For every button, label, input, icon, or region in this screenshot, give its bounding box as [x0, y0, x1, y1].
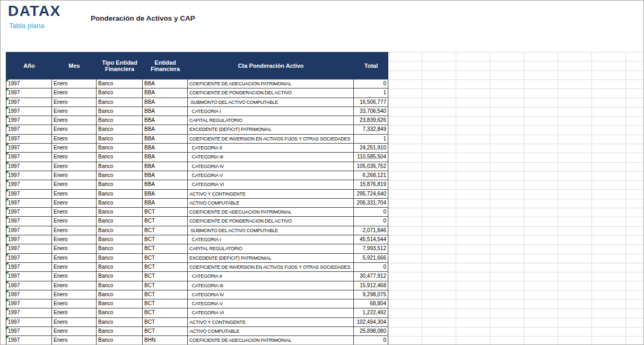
cell-mes[interactable]: Enero	[52, 190, 97, 199]
column-header-mes[interactable]: Mes	[52, 52, 97, 79]
cell-cta-ponderacion-activo[interactable]: EXCEDENTE (DEFICIT) PATRIMONIAL	[188, 254, 354, 263]
cell-mes[interactable]: Enero	[52, 336, 97, 345]
cell-total[interactable]: 110,585,504	[354, 153, 388, 162]
cell-entidad-financiera[interactable]: BCT	[143, 318, 188, 327]
cell-total[interactable]: 68,804	[354, 299, 388, 308]
cell-entidad-financiera[interactable]: BBA	[143, 98, 188, 107]
cell-mes[interactable]: Enero	[52, 162, 97, 171]
cell-cta-ponderacion-activo[interactable]: CATEGORIA II	[188, 144, 354, 153]
cell-mes[interactable]: Enero	[52, 290, 97, 299]
cell-cta-ponderacion-activo[interactable]: ACTIVO Y CONTINGENTE	[188, 190, 354, 199]
cell-cta-ponderacion-activo[interactable]: SUBMONTO DEL ACTIVO COMPUTABLE	[188, 226, 354, 235]
cell-cta-ponderacion-activo[interactable]: EXCEDENTE (DEFICIT) PATRIMONIAL	[188, 125, 354, 134]
cell-cta-ponderacion-activo[interactable]: CATEGORIA II	[188, 272, 354, 281]
cell-ano[interactable]: 1997	[6, 244, 52, 253]
cell-mes[interactable]: Enero	[52, 153, 97, 162]
cell-entidad-financiera[interactable]: BCT	[143, 226, 188, 235]
cell-total[interactable]: 9,298,075	[354, 290, 388, 299]
cell-entidad-financiera[interactable]: BCT	[143, 244, 188, 253]
cell-total[interactable]: 15,912,468	[354, 281, 388, 290]
cell-ano[interactable]: 1997	[6, 89, 52, 98]
cell-tipo-entidad-financiera[interactable]: Banco	[97, 318, 143, 327]
cell-entidad-financiera[interactable]: BBA	[143, 190, 188, 199]
cell-total[interactable]: 0	[354, 263, 388, 272]
cell-mes[interactable]: Enero	[52, 327, 97, 336]
cell-cta-ponderacion-activo[interactable]: CATEGORIA VI	[188, 308, 354, 317]
cell-entidad-financiera[interactable]: BCT	[143, 272, 188, 281]
cell-mes[interactable]: Enero	[52, 180, 97, 189]
cell-ano[interactable]: 1997	[6, 290, 52, 299]
cell-entidad-financiera[interactable]: BBA	[143, 107, 188, 116]
cell-tipo-entidad-financiera[interactable]: Banco	[97, 327, 143, 336]
cell-tipo-entidad-financiera[interactable]: Banco	[97, 308, 143, 317]
cell-tipo-entidad-financiera[interactable]: Banco	[97, 116, 143, 125]
cell-total[interactable]: 45,514,544	[354, 235, 388, 244]
cell-cta-ponderacion-activo[interactable]: ACTIVO COMPUTABLE	[188, 199, 354, 208]
cell-ano[interactable]: 1997	[6, 235, 52, 244]
cell-tipo-entidad-financiera[interactable]: Banco	[97, 281, 143, 290]
cell-tipo-entidad-financiera[interactable]: Banco	[97, 180, 143, 189]
cell-tipo-entidad-financiera[interactable]: Banco	[97, 107, 143, 116]
cell-entidad-financiera[interactable]: BCT	[143, 208, 188, 217]
cell-ano[interactable]: 1997	[6, 208, 52, 217]
cell-entidad-financiera[interactable]: BBA	[143, 162, 188, 171]
cell-tipo-entidad-financiera[interactable]: Banco	[97, 208, 143, 217]
cell-tipo-entidad-financiera[interactable]: Banco	[97, 272, 143, 281]
cell-cta-ponderacion-activo[interactable]: COEFICIENTE DE INVERSION EN ACTIVOS FIJO…	[188, 263, 354, 272]
cell-entidad-financiera[interactable]: BBA	[143, 171, 188, 180]
cell-cta-ponderacion-activo[interactable]: CATEGORIA IV	[188, 162, 354, 171]
cell-entidad-financiera[interactable]: BCT	[143, 327, 188, 336]
cell-ano[interactable]: 1997	[6, 135, 52, 144]
cell-mes[interactable]: Enero	[52, 318, 97, 327]
cell-ano[interactable]: 1997	[6, 308, 52, 317]
cell-cta-ponderacion-activo[interactable]: ACTIVO COMPUTABLE	[188, 327, 354, 336]
cell-ano[interactable]: 1997	[6, 199, 52, 208]
cell-ano[interactable]: 1997	[6, 79, 52, 89]
cell-cta-ponderacion-activo[interactable]: COEFICIENTE DE ADECUACION PATRIMONIAL	[188, 79, 354, 89]
cell-mes[interactable]: Enero	[52, 98, 97, 107]
cell-cta-ponderacion-activo[interactable]: CAPITAL REGULATORIO	[188, 116, 354, 125]
cell-total[interactable]: 6,268,121	[354, 171, 388, 180]
cell-ano[interactable]: 1997	[6, 263, 52, 272]
cell-mes[interactable]: Enero	[52, 226, 97, 235]
cell-mes[interactable]: Enero	[52, 199, 97, 208]
cell-mes[interactable]: Enero	[52, 235, 97, 244]
cell-tipo-entidad-financiera[interactable]: Banco	[97, 263, 143, 272]
cell-mes[interactable]: Enero	[52, 208, 97, 217]
cell-ano[interactable]: 1997	[6, 125, 52, 134]
column-header-tipo-entidad-financiera[interactable]: Tipo Entidad Financiera	[97, 52, 143, 79]
cell-mes[interactable]: Enero	[52, 244, 97, 253]
column-header-total[interactable]: Total	[354, 52, 388, 79]
cell-tipo-entidad-financiera[interactable]: Banco	[97, 336, 143, 345]
cell-mes[interactable]: Enero	[52, 144, 97, 153]
column-header-ano[interactable]: Año	[6, 52, 52, 79]
cell-ano[interactable]: 1997	[6, 272, 52, 281]
cell-total[interactable]: 102,494,304	[354, 318, 388, 327]
cell-tipo-entidad-financiera[interactable]: Banco	[97, 199, 143, 208]
cell-entidad-financiera[interactable]: BCT	[143, 308, 188, 317]
cell-cta-ponderacion-activo[interactable]: CATEGORIA I	[188, 235, 354, 244]
cell-total[interactable]: 0	[354, 208, 388, 217]
cell-total[interactable]: 1,222,492	[354, 308, 388, 317]
cell-entidad-financiera[interactable]: BHN	[143, 336, 188, 345]
column-header-entidad-financiera[interactable]: Entidad Financiera	[143, 52, 188, 79]
cell-ano[interactable]: 1997	[6, 299, 52, 308]
column-header-cta-ponderacion-activo[interactable]: Cta Ponderación Activo	[188, 52, 354, 79]
cell-ano[interactable]: 1997	[6, 180, 52, 189]
cell-mes[interactable]: Enero	[52, 217, 97, 226]
cell-mes[interactable]: Enero	[52, 299, 97, 308]
cell-cta-ponderacion-activo[interactable]: CATEGORIA V	[188, 299, 354, 308]
cell-tipo-entidad-financiera[interactable]: Banco	[97, 125, 143, 134]
cell-ano[interactable]: 1997	[6, 281, 52, 290]
cell-entidad-financiera[interactable]: BBA	[143, 180, 188, 189]
cell-total[interactable]: 0	[354, 336, 388, 345]
cell-ano[interactable]: 1997	[6, 318, 52, 327]
cell-tipo-entidad-financiera[interactable]: Banco	[97, 162, 143, 171]
cell-entidad-financiera[interactable]: BCT	[143, 281, 188, 290]
cell-total[interactable]: 105,035,752	[354, 162, 388, 171]
cell-total[interactable]: 16,506,777	[354, 98, 388, 107]
cell-tipo-entidad-financiera[interactable]: Banco	[97, 79, 143, 89]
cell-tipo-entidad-financiera[interactable]: Banco	[97, 171, 143, 180]
cell-ano[interactable]: 1997	[6, 116, 52, 125]
cell-entidad-financiera[interactable]: BCT	[143, 217, 188, 226]
